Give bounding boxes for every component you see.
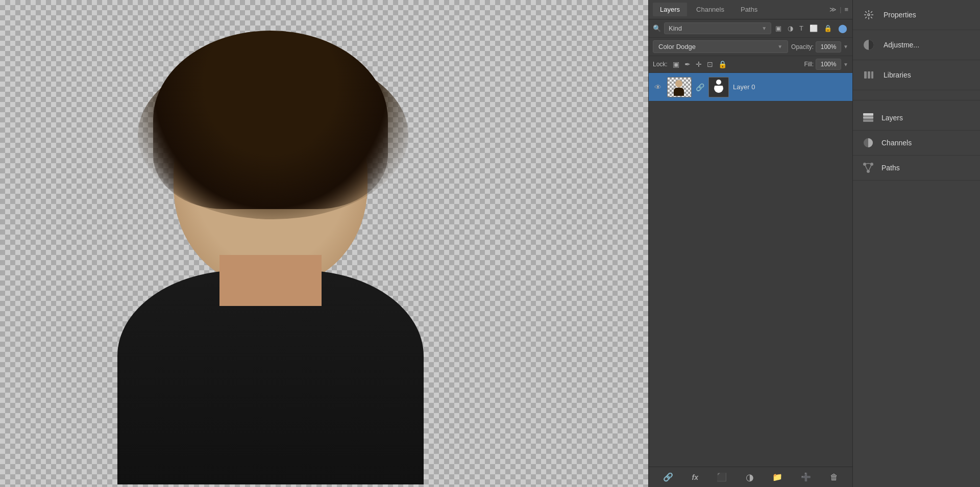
sidebar-paths-label: Paths [881,164,900,172]
link-layers-icon[interactable]: 🔗 [659,470,677,484]
svg-line-8 [865,17,867,18]
svg-line-7 [871,11,872,13]
new-adjustment-layer-icon[interactable]: ◑ [742,470,758,485]
lock-row: Lock: ▣ ✒ ✛ ⊡ 🔒 Fill: 100% ▼ [649,56,852,73]
layer-item[interactable]: 👁 🔗 [649,73,852,101]
filter-dropdown[interactable]: Kind ▼ [664,22,771,34]
right-sidebar: Properties Adjustme... Libraries [852,0,980,487]
blend-row: Color Dodge ▼ Opacity: 100% ▼ [649,38,852,56]
channels-icon [861,136,875,150]
properties-panel-item[interactable]: Properties [853,0,980,30]
sidebar-paths-item[interactable]: Paths [853,156,980,181]
svg-line-5 [865,11,867,13]
svg-rect-14 [863,116,873,119]
lock-transparent-icon[interactable]: ▣ [672,59,680,69]
svg-rect-12 [871,71,873,79]
adjustment-filter-icon[interactable]: ◑ [787,23,794,33]
layer-mask-thumbnail [708,77,729,97]
canvas-neck [219,255,322,306]
libraries-panel-item[interactable]: Libraries [853,60,980,90]
search-icon: 🔍 [653,24,661,32]
sidebar-layers-section: Layers Channels [853,106,980,181]
opacity-input[interactable]: 100% [816,41,841,53]
libraries-icon [861,67,876,83]
lock-label: Lock: [653,61,668,68]
layer-thumbnail [667,77,692,97]
fill-input[interactable]: 100% [816,59,841,70]
lock-position-icon[interactable]: ✛ [695,59,703,69]
adjustments-panel-item[interactable]: Adjustme... [853,30,980,60]
canvas-container [0,0,648,487]
blend-chevron-icon: ▼ [777,44,782,49]
sidebar-layers-label: Layers [881,114,903,122]
paths-icon [861,161,875,175]
expand-icon[interactable]: ≫ [829,6,837,13]
layer-chain-icon: 🔗 [696,83,704,91]
opacity-section: Opacity: 100% ▼ [791,41,848,53]
lock-icons: ▣ ✒ ✛ ⊡ 🔒 [672,59,728,69]
properties-icon [861,7,876,22]
fill-section: Fill: 100% ▼ [804,59,848,70]
panel-tab-actions: ≫ | ≡ [829,6,848,13]
divider: | [840,6,841,13]
sidebar-channels-label: Channels [881,139,912,147]
opacity-label: Opacity: [791,43,814,50]
tab-paths[interactable]: Paths [733,3,765,16]
tab-layers[interactable]: Layers [653,3,687,16]
menu-icon[interactable]: ≡ [844,6,848,13]
layer-toolbar: 🔗 fx ⬛ ◑ 📁 ➕ 🗑 [649,467,852,487]
layer-name: Layer 0 [733,83,848,91]
sidebar-layers-item[interactable]: Layers [853,106,980,131]
fill-chevron-icon[interactable]: ▼ [843,62,848,67]
blend-mode-dropdown[interactable]: Color Dodge ▼ [653,40,788,53]
libraries-label: Libraries [884,71,911,79]
layer-visibility-toggle[interactable]: 👁 [653,83,663,91]
lock-image-icon[interactable]: ✒ [683,59,692,69]
layers-stack-icon [861,111,875,125]
type-filter-icon[interactable]: T [798,23,804,33]
svg-rect-11 [868,71,870,79]
new-fill-layer-icon[interactable]: ⬛ [713,470,731,484]
smart-filter-icon[interactable]: 🔒 [823,23,833,33]
canvas-area [0,0,648,487]
fx-icon[interactable]: fx [688,471,702,483]
shape-filter-icon[interactable]: ⬜ [808,23,819,33]
filter-kind-label: Kind [669,24,682,32]
svg-rect-13 [863,119,873,122]
right-panels: Layers Channels Paths ≫ | ≡ 🔍 Kind ▼ ▣ ◑… [648,0,980,487]
eye-icon: 👁 [654,83,662,91]
tab-channels[interactable]: Channels [689,3,731,16]
lock-all-icon[interactable]: 🔒 [717,59,728,69]
adjustments-icon [861,37,876,53]
adjustments-label: Adjustme... [884,41,919,49]
svg-line-6 [871,17,872,18]
panel-tabs: Layers Channels Paths ≫ | ≡ [649,0,852,19]
delete-layer-icon[interactable]: 🗑 [826,471,842,484]
layer-list[interactable]: 👁 🔗 [649,73,852,467]
svg-rect-10 [864,71,867,79]
svg-rect-15 [863,113,873,116]
opacity-chevron-icon[interactable]: ▼ [843,44,848,49]
filter-row: 🔍 Kind ▼ ▣ ◑ T ⬜ 🔒 ⬤ [649,19,852,38]
sidebar-channels-item[interactable]: Channels [853,131,980,156]
new-group-icon[interactable]: 📁 [768,470,787,484]
blend-mode-value: Color Dodge [658,43,696,50]
fill-label: Fill: [804,61,814,68]
filter-icons: ▣ ◑ T ⬜ 🔒 ⬤ [774,22,848,34]
filter-chevron-icon: ▼ [762,25,767,31]
lock-artboards-icon[interactable]: ⊡ [706,59,714,69]
svg-point-0 [868,14,870,16]
filter-toggle[interactable]: ⬤ [837,22,848,34]
new-layer-icon[interactable]: ➕ [797,470,815,484]
canvas-hair-front [153,31,388,209]
pixel-filter-icon[interactable]: ▣ [774,23,782,33]
properties-label: Properties [884,11,916,19]
layers-panel: Layers Channels Paths ≫ | ≡ 🔍 Kind ▼ ▣ ◑… [648,0,852,487]
